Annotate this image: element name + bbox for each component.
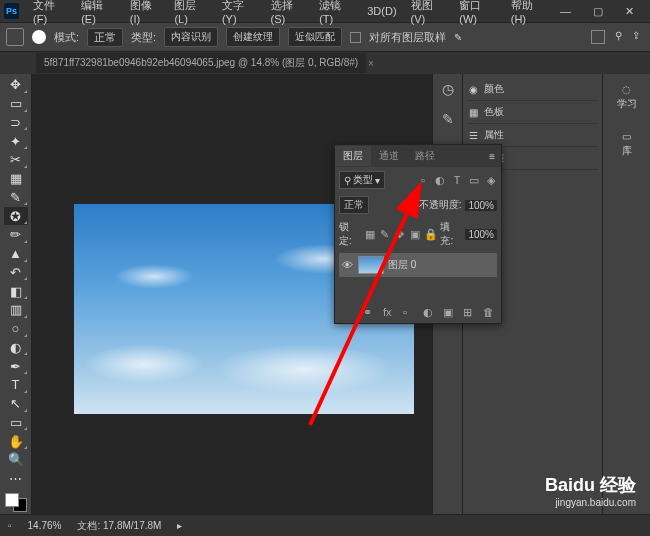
panel-menu-icon[interactable]: ≡: [483, 151, 501, 162]
workspace-icon[interactable]: [591, 30, 605, 44]
layer-name[interactable]: 图层 0: [388, 258, 416, 272]
swatches-panel-header[interactable]: ▦ 色板: [467, 101, 598, 124]
layer-mask-icon[interactable]: ▫: [403, 306, 415, 318]
menu-window[interactable]: 窗口(W): [453, 0, 503, 27]
foreground-color[interactable]: [5, 493, 19, 507]
sample-all-layers-checkbox[interactable]: [350, 32, 361, 43]
filter-pixel-icon[interactable]: ▫: [417, 174, 429, 186]
filter-adjust-icon[interactable]: ◐: [434, 174, 446, 186]
adjustment-layer-icon[interactable]: ◐: [423, 306, 435, 318]
layer-filter-select[interactable]: ⚲ 类型 ▾: [339, 171, 385, 189]
status-quickmask-icon[interactable]: ▫: [8, 520, 12, 531]
learn-panel[interactable]: ◌ 学习: [615, 80, 639, 115]
marquee-tool[interactable]: ▭: [4, 95, 28, 113]
lasso-tool[interactable]: ⊃: [4, 114, 28, 132]
color-wheel-icon: ◉: [469, 84, 478, 95]
opacity-label: 不透明度:: [419, 198, 462, 212]
layers-tab[interactable]: 图层: [335, 146, 371, 166]
eyedropper-tool[interactable]: ✎: [4, 189, 28, 207]
lock-position-icon[interactable]: ✥: [394, 228, 405, 240]
type-tool[interactable]: T: [4, 376, 28, 394]
menu-type[interactable]: 文字(Y): [216, 0, 263, 27]
menu-filter[interactable]: 滤镜(T): [313, 0, 359, 27]
new-layer-icon[interactable]: ⊞: [463, 306, 475, 318]
visibility-eye-icon[interactable]: 👁: [342, 259, 354, 271]
doc-size: 文档: 17.8M/17.8M: [77, 519, 161, 533]
crop-tool[interactable]: ✂: [4, 151, 28, 169]
path-select-tool[interactable]: ↖: [4, 395, 28, 413]
blend-mode-select[interactable]: 正常: [339, 196, 369, 214]
history-icon[interactable]: ◷: [439, 80, 457, 98]
lock-artboard-icon[interactable]: ▣: [409, 228, 420, 240]
document-tab[interactable]: 5f871ff732981be0946b92eb46094065.jpeg @ …: [36, 53, 366, 73]
clone-stamp-tool[interactable]: ▲: [4, 245, 28, 263]
lock-transparent-icon[interactable]: ▦: [364, 228, 375, 240]
menu-file[interactable]: 文件(F): [27, 0, 73, 27]
brush-preview-icon[interactable]: [32, 30, 46, 44]
proximity-match-button[interactable]: 近似匹配: [288, 27, 342, 47]
create-texture-button[interactable]: 创建纹理: [226, 27, 280, 47]
content-aware-button[interactable]: 内容识别: [164, 27, 218, 47]
layer-row[interactable]: 👁 图层 0: [339, 253, 497, 277]
menu-help[interactable]: 帮助(H): [505, 0, 552, 27]
window-maximize-icon[interactable]: ▢: [587, 3, 609, 20]
history-brush-tool[interactable]: ↶: [4, 264, 28, 282]
edit-toolbar[interactable]: ⋯: [4, 470, 28, 488]
tool-preset-icon[interactable]: [6, 28, 24, 46]
libraries-label: 库: [622, 144, 632, 158]
hand-tool[interactable]: ✋: [4, 432, 28, 450]
eraser-tool[interactable]: ◧: [4, 282, 28, 300]
share-icon[interactable]: ⇪: [632, 30, 640, 44]
mode-label: 模式:: [54, 30, 79, 45]
move-tool[interactable]: ✥: [4, 76, 28, 94]
window-close-icon[interactable]: ✕: [619, 3, 640, 20]
dodge-tool[interactable]: ◐: [4, 339, 28, 357]
properties-panel-label: 属性: [484, 128, 504, 142]
swatches-icon: ▦: [469, 107, 478, 118]
group-icon[interactable]: ▣: [443, 306, 455, 318]
color-panel-header[interactable]: ◉ 颜色: [467, 78, 598, 101]
filter-smart-icon[interactable]: ◈: [485, 174, 497, 186]
filter-shape-icon[interactable]: ▭: [468, 174, 480, 186]
layer-style-icon[interactable]: fx: [383, 306, 395, 318]
libraries-panel[interactable]: ▭ 库: [620, 127, 634, 162]
status-arrow-icon[interactable]: ▸: [177, 520, 182, 531]
lock-all-icon[interactable]: 🔒: [424, 228, 436, 240]
fill-value[interactable]: 100%: [465, 229, 497, 240]
pressure-opacity-icon[interactable]: ✎: [454, 32, 462, 43]
menu-select[interactable]: 选择(S): [265, 0, 312, 27]
mode-select[interactable]: 正常: [87, 28, 123, 47]
delete-layer-icon[interactable]: 🗑: [483, 306, 495, 318]
layer-thumbnail[interactable]: [358, 256, 384, 274]
blur-tool[interactable]: ○: [4, 320, 28, 338]
menu-edit[interactable]: 编辑(E): [75, 0, 122, 27]
brush-tool[interactable]: ✏: [4, 226, 28, 244]
lock-image-icon[interactable]: ✎: [379, 228, 390, 240]
paths-tab[interactable]: 路径: [407, 146, 443, 166]
zoom-tool[interactable]: 🔍: [4, 451, 28, 469]
search-icon[interactable]: ⚲: [615, 30, 622, 44]
color-swatch[interactable]: [5, 493, 27, 513]
pen-tool[interactable]: ✒: [4, 357, 28, 375]
document-tab-bar: 5f871ff732981be0946b92eb46094065.jpeg @ …: [0, 52, 650, 74]
rectangle-tool[interactable]: ▭: [4, 414, 28, 432]
window-minimize-icon[interactable]: —: [554, 3, 577, 20]
menu-layer[interactable]: 图层(L): [168, 0, 214, 27]
gradient-tool[interactable]: ▥: [4, 301, 28, 319]
filter-type-icon[interactable]: T: [451, 174, 463, 186]
sample-all-layers-label: 对所有图层取样: [369, 30, 446, 45]
menu-3d[interactable]: 3D(D): [361, 3, 402, 19]
link-layers-icon[interactable]: ⚭: [363, 306, 375, 318]
tools-panel: ✥ ▭ ⊃ ✦ ✂ ▦ ✎ ✪ ✏ ▲ ↶ ◧ ▥ ○ ◐ ✒ T ↖ ▭ ✋ …: [0, 74, 32, 514]
quick-select-tool[interactable]: ✦: [4, 132, 28, 150]
zoom-level[interactable]: 14.76%: [28, 520, 62, 531]
menu-bar: Ps 文件(F) 编辑(E) 图像(I) 图层(L) 文字(Y) 选择(S) 滤…: [0, 0, 650, 22]
channels-tab[interactable]: 通道: [371, 146, 407, 166]
healing-brush-tool[interactable]: ✪: [4, 207, 28, 225]
frame-tool[interactable]: ▦: [4, 170, 28, 188]
opacity-value[interactable]: 100%: [465, 200, 497, 211]
menu-image[interactable]: 图像(I): [124, 0, 167, 27]
tab-close-icon[interactable]: ×: [368, 58, 374, 69]
menu-view[interactable]: 视图(V): [405, 0, 452, 27]
brushes-icon[interactable]: ✎: [439, 110, 457, 128]
